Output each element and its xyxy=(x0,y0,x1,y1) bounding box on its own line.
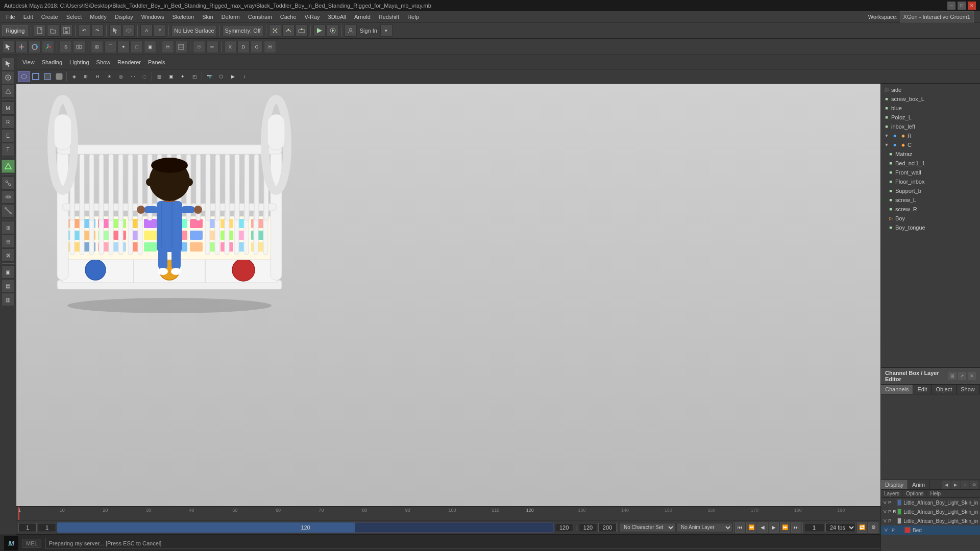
range-end-input[interactable] xyxy=(555,523,573,532)
soft-select-btn[interactable]: S xyxy=(60,41,72,53)
component-select-side[interactable] xyxy=(2,85,15,98)
playback-prefs-btn[interactable]: ⚙ xyxy=(868,522,878,533)
menu-select[interactable]: Select xyxy=(62,11,86,22)
translate-btn[interactable] xyxy=(15,41,28,53)
scale-btn[interactable] xyxy=(42,41,54,53)
move-side[interactable]: M xyxy=(2,102,15,115)
menu-file[interactable]: File xyxy=(2,11,19,22)
lp-tab-display[interactable]: Display xyxy=(881,480,908,489)
layer-r-bed[interactable] xyxy=(897,527,903,533)
cb-dock-btn[interactable]: ⊞ xyxy=(948,372,957,380)
panel-tools-3[interactable]: ⊠ xyxy=(2,248,15,262)
menu-help[interactable]: Help xyxy=(403,11,423,22)
lp-prev-btn[interactable]: ◀ xyxy=(942,481,950,489)
vi-ssao-btn[interactable]: ▨ xyxy=(154,71,165,82)
lasso-select-btn[interactable] xyxy=(122,24,135,37)
panel-tools-2[interactable]: ⊟ xyxy=(2,235,15,248)
persp-view-btn[interactable] xyxy=(18,71,30,82)
vp-renderer-menu[interactable]: Renderer xyxy=(114,58,144,66)
tree-item-support-b[interactable]: ■ Support_b xyxy=(881,186,980,195)
character-set-dropdown[interactable]: No Character Set xyxy=(619,523,675,532)
construction-history-btn[interactable] xyxy=(175,41,187,53)
vi-isolate-btn[interactable]: ◈ xyxy=(68,71,80,82)
sign-in-label[interactable]: Sign In xyxy=(358,28,379,34)
tree-item-matraz[interactable]: ■ Matraz xyxy=(881,149,980,159)
snap-to-surface-btn[interactable]: □ xyxy=(131,41,143,53)
panel-tools-1[interactable]: ⊞ xyxy=(2,221,15,234)
cb-tab-channels[interactable]: Channels xyxy=(881,385,913,394)
menu-windows[interactable]: Windows xyxy=(137,11,168,22)
undo-btn[interactable]: ↶ xyxy=(78,24,90,37)
snap-to-grid-btn[interactable]: ⊞ xyxy=(91,41,103,53)
history-on-btn[interactable]: H xyxy=(162,41,174,53)
snap-to-point-btn[interactable]: ✦ xyxy=(117,41,130,53)
go-to-start-btn[interactable]: ⏮ xyxy=(735,522,745,533)
loop-btn[interactable]: 🔁 xyxy=(857,522,867,533)
lp-expand-btn[interactable]: ↔ xyxy=(961,481,969,489)
snap-curve-btn[interactable] xyxy=(282,24,295,37)
menu-display[interactable]: Display xyxy=(111,11,137,22)
go-to-end-btn[interactable]: ⏭ xyxy=(791,522,801,533)
tree-item-poloz-l[interactable]: ■ Poloz_L xyxy=(881,113,980,122)
rigging-tool-2[interactable] xyxy=(2,190,15,204)
smooth-btn[interactable] xyxy=(54,71,65,82)
play-fwd-btn[interactable]: ⏩ xyxy=(780,522,790,533)
transform-side[interactable]: T xyxy=(2,143,15,156)
snap-surface-btn[interactable] xyxy=(296,24,308,37)
lp-tab-anim[interactable]: Anim xyxy=(908,480,929,489)
range-start-input[interactable] xyxy=(38,523,56,532)
ipr-render-btn[interactable] xyxy=(327,24,339,37)
layer-vis-1[interactable]: V xyxy=(883,499,887,506)
close-button[interactable]: ✕ xyxy=(968,2,976,10)
lp-sub-help[interactable]: Help xyxy=(927,490,944,497)
vi-glossy-btn[interactable]: ✦ xyxy=(177,71,188,82)
lp-next-btn[interactable]: ▶ xyxy=(951,481,960,489)
current-frame-input[interactable] xyxy=(18,523,37,532)
layer-r-1[interactable] xyxy=(893,499,896,506)
tree-item-boy-tongue[interactable]: ■ Boy_tongue xyxy=(881,223,980,232)
vi-grid-toggle[interactable]: ⊞ xyxy=(80,71,91,82)
vp-lighting-menu[interactable]: Lighting xyxy=(66,58,92,66)
paint-effects-btn[interactable]: ✏ xyxy=(206,41,218,53)
grid-btn[interactable]: G xyxy=(251,41,263,53)
timeline[interactable]: 1 10 20 30 40 50 60 70 80 90 100 110 120… xyxy=(16,506,880,520)
layer-p-2[interactable]: P xyxy=(888,509,891,515)
play-btn[interactable]: ▶ xyxy=(769,522,779,533)
vi-hud-toggle[interactable]: H xyxy=(92,71,103,82)
tree-item-side[interactable]: 🎥 side xyxy=(881,85,980,94)
layer-item-bed[interactable]: V P Bed xyxy=(881,525,980,535)
select-tool-btn[interactable] xyxy=(109,24,121,37)
tree-item-inbox-left[interactable]: ■ inbox_left xyxy=(881,122,980,131)
layer-item-1[interactable]: V P Little_African_Boy_Light_Skin_in_Ful… xyxy=(881,498,980,507)
menu-deform[interactable]: Deform xyxy=(217,11,244,22)
tree-item-front-wall[interactable]: ■ Front_wall xyxy=(881,168,980,177)
render-btn[interactable] xyxy=(313,24,326,37)
vi-screenshot-btn[interactable]: 📷 xyxy=(204,71,215,82)
tree-item-floor-inbox[interactable]: ■ Floor_inbox xyxy=(881,177,980,186)
goto-frame-input[interactable] xyxy=(804,523,824,532)
menu-arnold[interactable]: Arnold xyxy=(350,11,375,22)
save-file-btn[interactable] xyxy=(60,24,72,37)
layer-r-2[interactable]: R xyxy=(893,509,896,515)
vi-ao-btn[interactable]: ◎ xyxy=(115,71,127,82)
panel-tools-5[interactable]: ▤ xyxy=(2,279,15,292)
tree-item-screw-l[interactable]: ■ screw_L xyxy=(881,195,980,205)
tree-item-bed-ncl1[interactable]: ■ Bed_ncl1_1 xyxy=(881,159,980,168)
lp-sub-options[interactable]: Options xyxy=(903,490,927,497)
snap-to-curve-btn[interactable]: ⌒ xyxy=(104,41,116,53)
layer-p-3[interactable]: P xyxy=(888,518,891,524)
tree-item-R[interactable]: ▼ ■ ◆ R xyxy=(881,131,980,140)
new-file-btn[interactable] xyxy=(34,24,46,37)
scene-select-btn[interactable]: ☉ xyxy=(193,41,205,53)
vp-shading-menu[interactable]: Shading xyxy=(39,58,65,66)
frame-selected-btn[interactable]: F xyxy=(154,24,166,37)
vp-view-menu[interactable]: View xyxy=(19,58,38,66)
cb-close-btn[interactable]: ✕ xyxy=(968,372,976,380)
lp-sub-layers[interactable]: Layers xyxy=(881,490,903,497)
select-tool-side[interactable] xyxy=(2,57,15,70)
symmetry-label[interactable]: Symmetry: Off xyxy=(223,25,263,36)
active-tool-side[interactable] xyxy=(2,160,15,173)
workspace-dropdown[interactable]: XGen - Interactive Groom1 xyxy=(900,11,974,22)
fps-selector[interactable]: 24 fps xyxy=(825,523,856,532)
frame-all-btn[interactable]: A xyxy=(140,24,153,37)
